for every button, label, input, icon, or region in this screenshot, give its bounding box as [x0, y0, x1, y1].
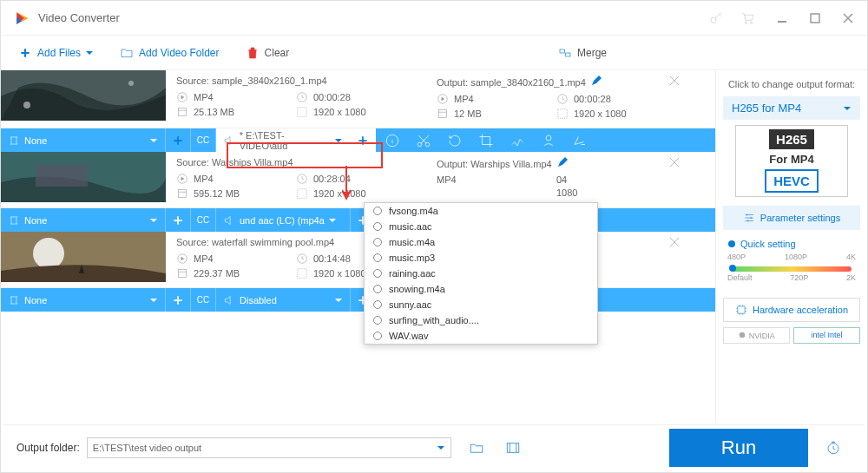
add-subtitle-button[interactable]	[166, 208, 190, 233]
svg-rect-40	[507, 443, 519, 452]
svg-rect-32	[298, 269, 307, 279]
dropdown-item[interactable]: music.m4a	[365, 234, 597, 250]
svg-point-28	[33, 238, 64, 269]
svg-point-8	[23, 102, 30, 108]
svg-rect-16	[558, 109, 568, 119]
chevron-down-icon	[85, 49, 94, 57]
add-files-button[interactable]: Add Files	[18, 46, 94, 60]
format-hint: Click to change output format:	[723, 79, 860, 89]
crop-icon[interactable]	[478, 133, 494, 148]
rotate-icon[interactable]	[447, 133, 463, 148]
format-preview: H265 For MP4 HEVC	[735, 125, 848, 197]
open-folder-icon[interactable]	[469, 440, 484, 456]
watermark-icon[interactable]	[541, 133, 556, 148]
add-folder-label: Add Video Folder	[139, 47, 220, 59]
title-bar: Video Converter	[1, 1, 867, 36]
subtitle-dropdown[interactable]: None	[1, 288, 165, 312]
source-label: Source: sample_3840x2160_1.mp4	[176, 76, 416, 86]
dropdown-item[interactable]: raining.aac	[365, 266, 597, 281]
edit-icon[interactable]	[591, 76, 602, 86]
format-dropdown[interactable]: H265 for MP4	[723, 96, 860, 120]
add-files-label: Add Files	[37, 47, 81, 59]
list-item: Source: sample_3840x2160_1.mp4 MP4 00:00…	[1, 70, 715, 128]
svg-rect-31	[178, 269, 186, 277]
bullet-icon	[728, 240, 735, 247]
svg-rect-4	[560, 49, 564, 53]
output-label: Output: sample_3840x2160_1.mp4	[437, 77, 586, 88]
dropdown-item[interactable]: WAV.wav	[365, 328, 597, 344]
svg-rect-38	[738, 306, 745, 313]
output-folder-input[interactable]	[87, 437, 451, 458]
info-icon[interactable]	[385, 133, 400, 148]
quick-setting-label: Quick setting	[740, 239, 796, 249]
source-info: Source: Warships Villa.mp4 MP4 00:28:04 …	[166, 152, 426, 207]
app-logo-icon	[14, 10, 31, 27]
svg-point-39	[740, 332, 746, 338]
dropdown-item[interactable]: surfing_with_audio....	[365, 312, 597, 328]
edit-tools	[376, 133, 715, 148]
add-folder-button[interactable]: Add Video Folder	[120, 46, 220, 60]
dropdown-item[interactable]: sunny.aac	[365, 297, 597, 312]
svg-point-2	[750, 22, 752, 23]
add-audio-button[interactable]	[351, 128, 375, 153]
hardware-accel-button[interactable]: Hardware acceleration	[723, 298, 860, 322]
chevron-down-icon	[149, 136, 158, 145]
run-button[interactable]: Run	[669, 429, 808, 467]
video-thumbnail[interactable]	[1, 152, 166, 202]
merge-button[interactable]: Merge	[558, 46, 607, 60]
parameter-settings-button[interactable]: Parameter settings	[723, 206, 860, 230]
svg-rect-3	[811, 14, 819, 23]
maximize-icon[interactable]	[809, 12, 821, 24]
cart-icon[interactable]	[740, 10, 755, 26]
dropdown-item[interactable]: snowing.m4a	[365, 281, 597, 297]
video-thumbnail[interactable]	[1, 70, 166, 121]
intel-chip[interactable]: intel Intel	[793, 327, 860, 344]
subtitle-value: None	[24, 135, 47, 146]
audio-dropdown[interactable]: * E:\TEST-VIDEO\aud	[216, 128, 350, 152]
clear-button[interactable]: Clear	[246, 46, 290, 60]
snapshot-folder-icon[interactable]	[505, 440, 521, 456]
chevron-down-icon[interactable]	[437, 443, 445, 452]
key-icon[interactable]	[708, 10, 724, 26]
close-icon[interactable]	[842, 12, 854, 24]
edit-icon[interactable]	[557, 157, 568, 168]
chevron-down-icon	[334, 136, 343, 145]
chevron-down-icon	[843, 104, 852, 113]
cc-button[interactable]: CC	[191, 288, 215, 312]
cc-button[interactable]: CC	[191, 128, 215, 153]
svg-point-1	[745, 22, 746, 23]
item-action-bar: None CC * E:\TEST-VIDEO\aud	[1, 128, 715, 152]
cut-icon[interactable]	[416, 133, 431, 148]
audio-dropdown[interactable]: Disabled	[216, 288, 350, 312]
subtitle-dropdown[interactable]: None	[1, 128, 165, 152]
minimize-icon[interactable]	[776, 12, 788, 24]
dropdown-item[interactable]: music.mp3	[365, 250, 597, 266]
bottom-bar: Output folder: Run	[3, 424, 865, 470]
svg-rect-5	[566, 53, 570, 56]
close-icon[interactable]	[669, 76, 680, 86]
clear-label: Clear	[265, 47, 290, 59]
subtitle-dropdown[interactable]: None	[1, 208, 165, 232]
slider-handle[interactable]	[729, 265, 736, 272]
arrow-annotation	[342, 166, 368, 205]
video-thumbnail[interactable]	[1, 232, 166, 282]
audio-dropdown[interactable]: und aac (LC) (mp4a	[216, 208, 350, 232]
add-subtitle-button[interactable]	[166, 128, 190, 153]
app-title: Video Converter	[38, 11, 120, 24]
cc-button[interactable]: CC	[191, 208, 215, 233]
svg-point-7	[128, 81, 134, 86]
dropdown-item[interactable]: music.aac	[365, 219, 597, 234]
nvidia-chip[interactable]: NVIDIA	[723, 327, 790, 344]
subtitle-icon[interactable]	[572, 133, 588, 148]
add-subtitle-button[interactable]	[166, 288, 190, 312]
quality-slider[interactable]	[732, 266, 852, 272]
dropdown-item[interactable]: fvsong.m4a	[365, 203, 597, 219]
main-list: Source: sample_3840x2160_1.mp4 MP4 00:00…	[1, 70, 715, 422]
close-icon[interactable]	[669, 237, 680, 247]
effect-icon[interactable]	[510, 133, 525, 148]
audio-value: * E:\TEST-VIDEO\aud	[240, 130, 331, 151]
close-icon[interactable]	[669, 157, 680, 168]
schedule-icon[interactable]	[825, 440, 841, 456]
svg-marker-37	[342, 192, 351, 200]
item-action-bar: None CC und aac (LC) (mp4a	[1, 207, 715, 232]
